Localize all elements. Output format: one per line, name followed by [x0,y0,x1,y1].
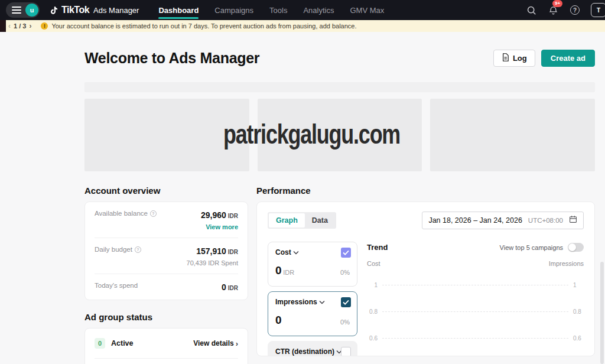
notifications-bell-icon[interactable]: 9+ [547,4,559,16]
timezone-value: UTC+08:00 [528,217,563,224]
daily-budget-row: Daily budget ? 157,910IDR 70,439 IDR Spe… [95,238,238,274]
tab-graph[interactable]: Graph [269,213,305,228]
search-icon[interactable] [525,4,537,16]
placeholder-bar [84,82,595,92]
daily-budget-value: 157,910 [196,246,226,256]
metric-value: 0 [275,264,281,277]
performance-card: Graph Data Jan 18, 2026 – Jan 24, 2026 U… [256,202,595,356]
avatar[interactable]: u [25,4,38,17]
todays-spend-row: Today's spend 0IDR [95,274,238,300]
metric-card-ctr-destination[interactable]: CTR (destination) 0.00% 0% [268,341,357,356]
date-range-value: Jan 18, 2026 – Jan 24, 2026 [428,216,522,225]
balance-row: Available balance ? 29,960IDR View more [95,202,238,238]
left-axis-label: Cost [367,260,380,267]
page-scrollbar[interactable] [600,262,604,364]
date-range-picker[interactable]: Jan 18, 2026 – Jan 24, 2026 UTC+08:00 [422,212,584,229]
right-axis-label: Impressions [549,260,584,267]
chevron-down-icon[interactable] [319,298,325,306]
nav-tab-campaigns[interactable]: Campaigns [214,0,253,20]
notification-badge: 9+ [552,0,562,7]
menu-avatar-pill[interactable]: u [6,2,40,18]
left-edge-marker [0,20,6,32]
spent-subtext: 70,439 IDR Spent [187,259,238,266]
metric-name: Impressions [275,298,317,306]
account-overview-card: Available balance ? 29,960IDR View more … [84,202,248,300]
nav-tab-analytics[interactable]: Analytics [303,0,334,20]
y-axis-tick-right: 0.6 [568,335,584,342]
todays-spend-label: Today's spend [95,282,138,292]
ad-group-status-title: Ad group status [84,312,248,322]
nav-tab-dashboard[interactable]: Dashboard [158,0,199,20]
metric-value: 0 [275,314,281,327]
metric-name: Cost [275,248,291,256]
create-ad-button[interactable]: Create ad [541,50,595,67]
daily-budget-label: Daily budget ? [95,246,141,266]
calendar-icon [569,215,577,226]
pager-count: 1 / 3 [14,22,26,30]
log-button[interactable]: Log [493,50,535,67]
trend-title: Trend [367,243,388,252]
active-label: Active [111,339,134,347]
placeholder-box [430,99,595,171]
todays-spend-value: 0 [222,282,226,292]
trend-chart-section: Trend View top 5 campaigns Cost Impressi… [367,242,584,356]
brand-product: Ads Manager [93,6,139,15]
brand: TikTok Ads Manager [49,5,139,16]
status-row-partially-delivering: 0 Partially delivering View details › [95,359,238,364]
y-axis-tick-left: 1 [367,282,382,288]
balance-unit: IDR [228,213,238,219]
y-axis-tick-right: 1 [568,282,584,288]
active-count-badge: 0 [95,338,105,349]
info-icon[interactable]: ? [150,210,157,217]
pager-next-icon[interactable]: › [29,22,31,30]
view-top-campaigns-toggle[interactable] [568,243,584,252]
brand-name: TikTok [61,5,89,15]
banner-message: Your account balance is estimated to run… [51,22,356,30]
trend-chart-plot: 1 1 0.8 0.8 0.6 [367,272,584,356]
todays-spend-unit: IDR [228,285,238,291]
document-icon [502,53,509,63]
info-icon[interactable]: ? [135,246,141,253]
metric-change: 0% [340,269,350,276]
page-title: Welcome to Ads Manager [84,50,259,67]
metric-name: CTR (destination) [275,347,334,356]
graph-data-segmented-control: Graph Data [268,212,336,229]
pager-prev-icon[interactable]: ‹ [8,22,11,30]
tab-data[interactable]: Data [305,213,335,228]
metric-unit: IDR [283,269,294,276]
nav-tab-gmv-max[interactable]: GMV Max [350,0,384,20]
performance-title: Performance [256,186,595,196]
y-axis-tick-left: 0.6 [367,335,382,342]
help-icon[interactable]: ? [569,4,581,16]
gridline [382,285,568,285]
topbar: u TikTok Ads Manager Dashboard Campaigns… [0,0,605,20]
nav-tab-tools[interactable]: Tools [269,0,287,20]
metric-card-cost[interactable]: Cost 0 IDR 0% [268,242,357,287]
ad-group-status-card: 0 Active View details › 0 Partially deli… [84,328,248,364]
gridline [382,311,568,312]
placeholder-box [84,99,249,171]
y-axis-tick-right: 0.8 [568,308,584,315]
cost-checkbox[interactable] [341,248,351,258]
impressions-checkbox[interactable] [341,297,351,307]
ctr-checkbox[interactable] [341,347,351,356]
placeholder-box [258,99,422,171]
view-details-link[interactable]: View details › [193,339,238,348]
account-overview-title: Account overview [84,186,248,196]
hamburger-menu-icon[interactable] [12,6,21,14]
balance-label: Available balance ? [95,210,157,230]
balance-value: 29,960 [201,210,226,220]
tiktok-logo-icon [49,5,59,16]
chevron-down-icon[interactable] [293,248,299,256]
edge-partial-button[interactable]: T [591,3,605,17]
metric-change: 0% [340,318,350,326]
status-row-active: 0 Active View details › [95,329,238,359]
view-more-link[interactable]: View more [201,223,238,230]
daily-budget-unit: IDR [228,249,238,255]
y-axis-tick-left: 0.8 [367,308,382,315]
warning-banner: ‹ 1 / 3 › ! Your account balance is esti… [0,20,605,32]
warning-icon: ! [41,22,48,30]
main-content: Welcome to Ads Manager Log Create ad pat… [0,32,605,364]
chevron-right-icon: › [236,339,238,348]
metric-card-impressions[interactable]: Impressions 0 0% [268,291,357,336]
